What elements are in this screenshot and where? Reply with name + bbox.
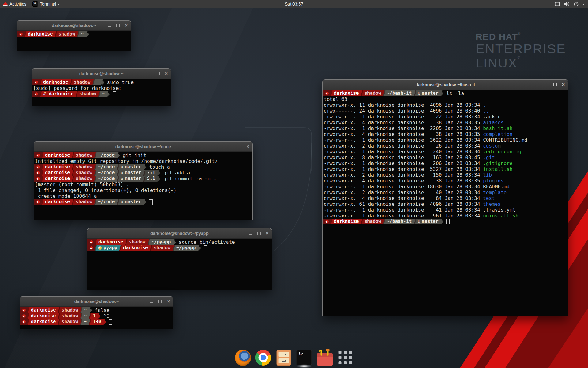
prompt-segment-label: shadow — [364, 90, 381, 96]
window-titlebar[interactable]: darknoise@shadow:~× — [20, 297, 173, 307]
registered-mark: ® — [518, 56, 521, 59]
prompt-segment-host: shadow — [361, 219, 385, 224]
file-list-row: -rw-rw-r--. 1 darknoise darknoise 3622 J… — [323, 137, 568, 143]
prompt-segment-user: darknoise — [41, 170, 74, 176]
prompt-segment-label: ~/code — [98, 176, 115, 182]
prompt-segment-label: ψmaster — [121, 164, 141, 170]
file-name: test — [483, 195, 495, 201]
maximize-button[interactable] — [158, 300, 162, 303]
file-name: . — [483, 102, 486, 108]
prompt-segment-label: darknoise — [334, 90, 359, 96]
terminal-cursor — [204, 245, 207, 251]
prompt-segment-label — [36, 171, 40, 174]
redhat-prompt-icon — [90, 240, 93, 244]
window-title: darknoise@shadow:~/pyapp — [150, 231, 209, 236]
file-list-row: -rw-rw-r--. 1 darknoise darknoise 41 Jan… — [323, 207, 568, 213]
prompt-segment-path: ~/code — [94, 152, 119, 158]
close-button[interactable]: × — [266, 231, 269, 236]
minimize-button[interactable] — [229, 148, 232, 148]
minimize-button[interactable] — [148, 75, 151, 75]
prompt-segment-label: darknoise — [45, 199, 70, 205]
close-button[interactable]: × — [167, 299, 170, 304]
prompt-segment-path: ~/bash-it — [383, 90, 416, 96]
dock-item-toolbox[interactable] — [316, 349, 334, 366]
close-button[interactable]: × — [562, 82, 565, 87]
prompt-segment-user: darknoise — [40, 79, 72, 85]
prompt-segment-label: ψmaster — [418, 90, 439, 96]
window-titlebar[interactable]: darknoise@shadow:~× — [17, 21, 131, 31]
activities-button[interactable]: Activities — [0, 0, 29, 8]
minimize-button[interactable] — [545, 86, 548, 86]
window-titlebar[interactable]: darknoise@shadow:~/code× — [34, 142, 252, 152]
system-status-area[interactable]: ▾ — [553, 0, 586, 8]
window-titlebar[interactable]: darknoise@shadow:~/pyapp× — [87, 228, 272, 239]
prompt-segment-exit: 130 — [89, 319, 105, 325]
prompt-segment-host: shadow — [150, 245, 174, 251]
chrome-icon — [255, 350, 271, 366]
window-titlebar[interactable]: darknoise@shadow:~× — [32, 69, 171, 79]
command-text: touch a — [146, 164, 170, 170]
app-menu-button[interactable]: $> Terminal ▾ — [29, 0, 62, 8]
file-list-columns: -rwxrwxr-x. 1 darknoise darknoise 240 Ja… — [324, 149, 483, 155]
redhat-prompt-icon — [90, 246, 93, 250]
redhat-prompt-icon — [22, 314, 26, 318]
terminal-body[interactable]: darknoiseshadow~sudo true[sudo] password… — [32, 79, 171, 106]
file-name: lib — [483, 172, 492, 178]
prompt-segment-label: ?:1 — [147, 170, 155, 176]
dock-item-files[interactable] — [275, 349, 293, 366]
file-list-row: drwxrwxr-x. 4 darknoise darknoise 38 Jan… — [323, 178, 568, 184]
close-button[interactable]: × — [125, 23, 128, 28]
terminal-body[interactable]: darknoiseshadow~/bash-itψmasterls -latot… — [323, 90, 568, 316]
prompt-line: darknoiseshadow~/codeψmaster?:1git add a — [34, 170, 252, 176]
output-line: [master (root-commit) 50bcb63] . — [34, 182, 252, 187]
clock[interactable]: Sat 03:57 — [282, 0, 306, 8]
terminal-window-code: darknoise@shadow:~/code×darknoiseshadow~… — [34, 141, 253, 220]
prompt-segment-path: ~ — [80, 307, 91, 313]
output-line: total 68 — [323, 96, 568, 102]
prompt-segment-user: darknoise — [24, 31, 57, 37]
file-name: uninstall.sh — [483, 213, 518, 219]
dock-item-appgrid[interactable] — [337, 349, 354, 366]
close-button[interactable]: × — [247, 144, 249, 149]
prompt-segment-label: ψmaster — [418, 219, 439, 224]
redhat-prompt-icon — [22, 309, 26, 312]
file-list-row: drwxrwxr-x. 2 darknoise darknoise 150 Ja… — [323, 172, 568, 178]
prompt-segment-host: shadow — [125, 239, 149, 245]
dock-item-terminal[interactable]: $> — [296, 349, 313, 366]
prompt-segment-label: shadow — [79, 91, 96, 97]
minimize-button[interactable] — [249, 234, 252, 235]
prompt-segment-host: shadow — [70, 79, 94, 85]
file-list-columns: -rwxrwxr-x. 1 darknoise darknoise 2205 J… — [324, 125, 483, 131]
minimize-button[interactable] — [108, 26, 111, 27]
dock: $> — [234, 349, 354, 366]
terminal-body[interactable]: darknoiseshadow~/codegit initInitialized… — [34, 152, 252, 220]
maximize-button[interactable] — [116, 24, 120, 27]
prompt-segment-label — [325, 220, 329, 223]
minimize-button[interactable] — [150, 302, 153, 303]
redhat-prompt-icon — [35, 81, 38, 84]
window-controls: × — [150, 297, 170, 306]
window-title: darknoise@shadow:~ — [79, 71, 124, 76]
maximize-button[interactable] — [156, 72, 160, 75]
maximize-button[interactable] — [257, 232, 261, 235]
prompt-segment-label: darknoise — [43, 79, 68, 85]
maximize-button[interactable] — [238, 145, 241, 148]
prompt-segment-path: ~/code — [94, 164, 119, 170]
close-button[interactable]: × — [165, 71, 168, 76]
terminal-body[interactable]: darknoiseshadow~falsedarknoiseshadow~1^C… — [20, 307, 173, 329]
prompt-segment-label: darknoise — [28, 31, 53, 37]
activities-label: Activities — [9, 2, 26, 6]
registered-mark: ® — [518, 32, 521, 35]
redhat-prompt-icon — [325, 92, 329, 95]
command-text: ls -la — [443, 90, 464, 96]
prompt-segment-label: shadow — [129, 239, 145, 245]
dock-item-firefox[interactable] — [234, 349, 252, 366]
prompt-segment-label: 1 — [93, 313, 96, 319]
terminal-body[interactable]: darknoiseshadow~/pyappsource bin/activat… — [87, 239, 272, 290]
terminal-app-icon: $> — [32, 1, 38, 7]
terminal-body[interactable]: darknoiseshadow~ — [17, 31, 131, 51]
prompt-segment-label: darknoise — [45, 170, 70, 176]
window-titlebar[interactable]: darknoise@shadow:~/bash-it× — [323, 80, 568, 90]
dock-item-chrome[interactable] — [254, 349, 272, 366]
maximize-button[interactable] — [553, 83, 557, 86]
